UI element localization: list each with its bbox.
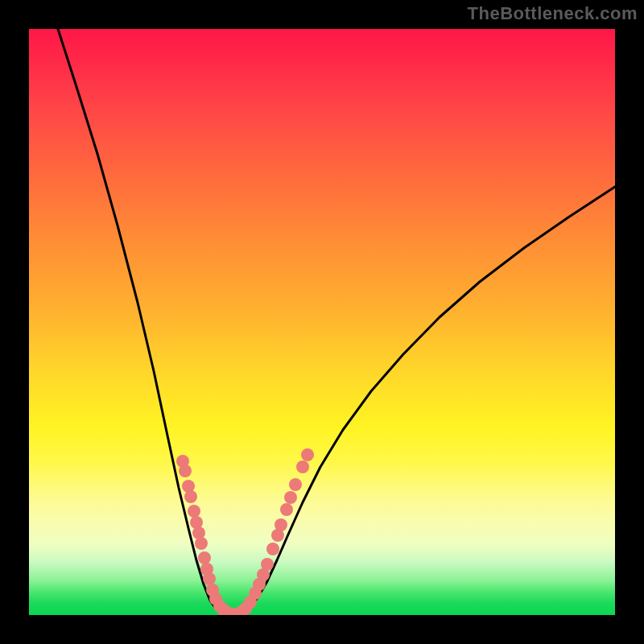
scatter-dot [280, 503, 293, 516]
scatter-dot [184, 490, 197, 503]
chart-frame: TheBottleneck.com [0, 0, 644, 644]
scatter-dot [179, 464, 192, 477]
plot-area [29, 29, 615, 615]
scatter-dots [176, 448, 314, 615]
scatter-dot [266, 543, 279, 555]
scatter-dot [275, 518, 287, 531]
scatter-dot [203, 572, 216, 585]
scatter-dot [284, 491, 297, 504]
scatter-dot [198, 551, 211, 564]
scatter-dot [188, 505, 200, 518]
scatter-dot [289, 478, 302, 491]
bottleneck-curve [58, 29, 615, 615]
scatter-dot [195, 537, 208, 550]
scatter-dot [261, 558, 274, 571]
scatter-dot [301, 448, 314, 461]
scatter-dot [296, 460, 309, 473]
chart-svg [29, 29, 615, 615]
attribution-text: TheBottleneck.com [468, 3, 638, 24]
